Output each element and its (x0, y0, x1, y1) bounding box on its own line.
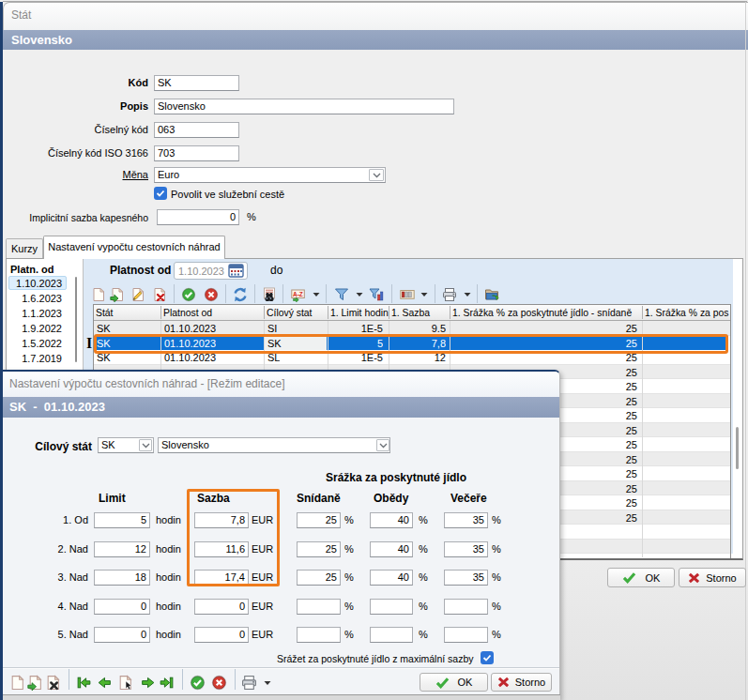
svg-text:A-Z: A-Z (293, 291, 303, 297)
